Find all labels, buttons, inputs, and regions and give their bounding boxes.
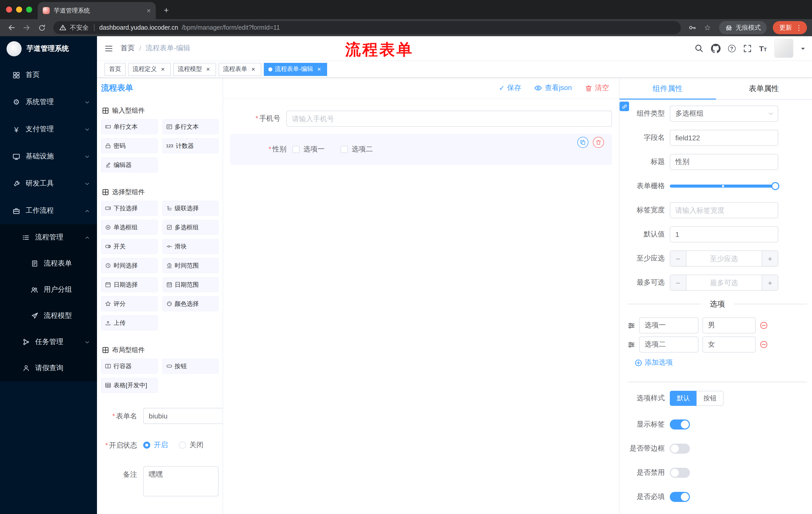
github-button[interactable] <box>711 44 720 53</box>
slider-thumb[interactable] <box>771 182 779 190</box>
add-option-button[interactable]: 添加选项 <box>635 358 812 368</box>
browser-tab[interactable]: 芋道管理系统 × <box>38 2 156 19</box>
new-tab-button[interactable]: + <box>160 4 173 17</box>
increase-button[interactable]: + <box>762 275 778 290</box>
component-chip-password[interactable]: 密码 <box>101 138 157 154</box>
security-label[interactable]: 不安全 <box>70 23 89 32</box>
status-radio-off[interactable]: 关闭 <box>179 440 203 450</box>
remove-option-button[interactable] <box>760 341 768 349</box>
reload-button[interactable] <box>35 21 48 34</box>
copy-component-button[interactable] <box>577 137 588 148</box>
component-chip-switch[interactable]: 开关 <box>101 239 157 254</box>
component-chip-upload[interactable]: 上传 <box>101 315 157 330</box>
component-chip-table[interactable]: 表格[开发中] <box>101 378 157 393</box>
sidebar-item-infra[interactable]: 基础设施 <box>0 143 97 170</box>
form-name-input[interactable] <box>143 408 223 424</box>
title-input[interactable] <box>670 154 778 170</box>
sidebar-item-home[interactable]: 首页 <box>0 61 97 88</box>
gender-checkbox-option1[interactable]: 选项一 <box>292 145 325 154</box>
component-chip-editor[interactable]: 编辑器 <box>101 157 157 172</box>
component-chip-date-picker[interactable]: 日期选择 <box>101 277 157 292</box>
sidebar-item-process-mgmt[interactable]: 流程管理 <box>0 224 97 250</box>
window-close-button[interactable] <box>6 6 12 12</box>
form-remark-input[interactable]: 嘿嘿 <box>143 466 219 496</box>
option-value-input[interactable] <box>702 336 756 353</box>
min-select-input[interactable] <box>686 251 762 266</box>
disabled-switch[interactable] <box>670 468 690 478</box>
gender-checkbox-option2[interactable]: 选项二 <box>341 145 373 154</box>
selected-component-gender[interactable]: *性别 选项一 选项二 <box>230 134 612 165</box>
style-default-button[interactable]: 默认 <box>670 391 696 406</box>
font-size-button[interactable]: TT <box>759 45 767 52</box>
bookmark-star-button[interactable]: ☆ <box>701 21 714 34</box>
component-chip-checkbox-group[interactable]: 多选框组 <box>162 220 219 235</box>
breadcrumb-home[interactable]: 首页 <box>121 44 135 53</box>
search-button[interactable] <box>694 44 703 53</box>
link-badge-button[interactable] <box>619 102 629 111</box>
tab-close-icon[interactable]: × <box>147 7 151 14</box>
sidebar-item-task-mgmt[interactable]: 任务管理 <box>0 329 97 355</box>
component-chip-cascader[interactable]: 级联选择 <box>162 201 219 216</box>
component-type-select[interactable]: 多选框组 <box>670 106 778 122</box>
decrease-button[interactable]: − <box>670 251 686 266</box>
component-chip-textarea[interactable]: 多行文本 <box>162 119 219 134</box>
border-switch[interactable] <box>670 443 690 454</box>
sidebar-item-devtools[interactable]: 研发工具 <box>0 170 97 197</box>
forward-button[interactable] <box>20 21 33 34</box>
fullscreen-button[interactable] <box>743 44 751 53</box>
status-radio-on[interactable]: 开启 <box>143 440 168 450</box>
close-icon[interactable]: × <box>204 65 211 73</box>
required-switch[interactable] <box>670 492 690 502</box>
canvas-field-phone[interactable]: *手机号 <box>230 111 612 127</box>
component-chip-button[interactable]: 按钮 <box>162 359 219 374</box>
sidebar-item-leave-query[interactable]: 请假查询 <box>0 355 97 381</box>
view-tag-process-form[interactable]: 流程表单 × <box>219 63 261 76</box>
drag-handle-icon[interactable] <box>628 322 635 329</box>
tab-component-props[interactable]: 组件属性 <box>619 78 716 99</box>
component-chip-time-range[interactable]: 时间范围 <box>162 258 219 273</box>
help-button[interactable]: ? <box>728 45 735 52</box>
sidebar-item-process-form[interactable]: 流程表单 <box>0 250 97 277</box>
decrease-button[interactable]: − <box>670 275 686 290</box>
component-chip-date-range[interactable]: 日期范围 <box>162 277 219 292</box>
close-icon[interactable]: × <box>250 65 257 73</box>
component-chip-select[interactable]: 下拉选择 <box>101 201 157 216</box>
delete-component-button[interactable] <box>593 137 604 148</box>
field-name-input[interactable] <box>670 130 778 146</box>
component-chip-counter[interactable]: 123 计数器 <box>162 138 219 154</box>
save-button[interactable]: ✓ 保存 <box>499 83 521 92</box>
phone-input[interactable] <box>286 111 612 127</box>
show-label-switch[interactable] <box>670 420 690 430</box>
window-minimize-button[interactable] <box>16 6 22 12</box>
clear-button[interactable]: 清空 <box>585 83 609 92</box>
sidebar-item-process-model[interactable]: 流程模型 <box>0 303 97 329</box>
component-chip-slider[interactable]: 滑块 <box>162 239 219 254</box>
view-tag-process-model[interactable]: 流程模型 × <box>173 63 216 76</box>
sidebar-item-system[interactable]: ⚙ 系统管理 <box>0 88 97 116</box>
option-label-input[interactable] <box>639 336 698 353</box>
max-select-input[interactable] <box>686 275 762 290</box>
browser-menu-icon[interactable]: ⋮ <box>795 24 803 32</box>
back-button[interactable] <box>5 21 18 34</box>
component-chip-single-line-text[interactable]: 单行文本 <box>101 119 157 134</box>
component-chip-rate[interactable]: 评分 <box>101 296 157 311</box>
avatar-caret-icon[interactable] <box>801 48 805 52</box>
close-icon[interactable]: × <box>316 65 323 73</box>
sidebar-item-workflow[interactable]: 工作流程 <box>0 197 97 224</box>
sidebar-item-user-group[interactable]: 用户分组 <box>0 277 97 303</box>
option-value-input[interactable] <box>702 317 756 333</box>
user-avatar[interactable] <box>774 39 793 58</box>
style-button-button[interactable]: 按钮 <box>696 391 724 406</box>
remove-option-button[interactable] <box>760 321 768 329</box>
view-json-button[interactable]: 查看json <box>534 83 572 92</box>
password-key-button[interactable] <box>686 21 699 34</box>
sidebar-toggle-button[interactable] <box>97 36 121 60</box>
component-chip-time-picker[interactable]: 时间选择 <box>101 258 157 273</box>
address-bar[interactable]: 不安全 dashboard.yudao.iocoder.cn/bpm/manag… <box>53 21 681 34</box>
component-chip-radio-group[interactable]: 单选框组 <box>101 220 157 235</box>
tab-form-props[interactable]: 表单属性 <box>716 78 812 99</box>
update-button[interactable]: 更新 ⋮ <box>773 21 807 34</box>
view-tag-home[interactable]: 首页 <box>105 63 126 76</box>
drag-handle-icon[interactable] <box>628 341 635 348</box>
view-tag-process-definition[interactable]: 流程定义 × <box>128 63 171 76</box>
